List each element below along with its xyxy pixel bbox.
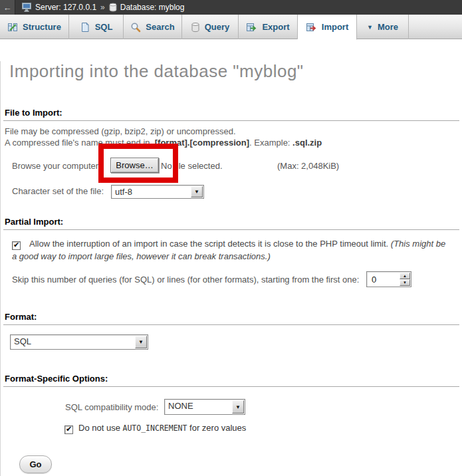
sql-compat-select[interactable]: NONE ▼ xyxy=(164,399,245,415)
main-content: Importing into the database "myblog" Fil… xyxy=(0,61,462,476)
tab-sql[interactable]: SQL xyxy=(69,15,124,39)
back-button[interactable]: ← xyxy=(0,0,15,15)
chevron-down-icon: ▼ xyxy=(367,24,373,31)
spinner-down-button[interactable]: ▼ xyxy=(400,279,410,286)
browse-row: Browse your computer: Browse… No file se… xyxy=(3,158,459,174)
page-title: Importing into the database "myblog" xyxy=(9,61,462,81)
allow-interrupt-row: ✔Allow the interruption of an import in … xyxy=(3,237,459,263)
tab-bar: Structure SQL Search Query xyxy=(0,15,462,39)
spinner-up-button[interactable]: ▲ xyxy=(400,273,410,279)
breadcrumb-server-link[interactable]: Server: 127.0.0.1 xyxy=(35,3,96,12)
zero-values-row: ✔Do not use AUTO_INCREMENT for zero valu… xyxy=(3,423,459,434)
file-to-import-section: File to Import: File may be compressed (… xyxy=(3,108,459,198)
database-icon xyxy=(109,3,117,12)
max-size-text: (Max: 2,048KiB) xyxy=(277,161,339,171)
partial-import-section: Partial Import: ✔Allow the interruption … xyxy=(3,217,459,288)
import-icon xyxy=(306,22,317,33)
format-options-heading: Format-Specific Options: xyxy=(3,374,459,387)
query-database-icon xyxy=(191,22,200,33)
back-arrow-icon: ← xyxy=(3,3,12,13)
breadcrumb-bar: ← Server: 127.0.0.1 » Database: myblog xyxy=(0,0,462,15)
tab-query[interactable]: Query xyxy=(182,15,239,39)
file-to-import-heading: File to Import: xyxy=(3,108,459,121)
server-icon xyxy=(22,3,32,12)
export-icon xyxy=(246,22,257,33)
format-select[interactable]: SQL ▼ xyxy=(10,334,148,350)
skip-queries-label: Skip this number of queries (for SQL) or… xyxy=(12,275,359,285)
skip-queries-row: Skip this number of queries (for SQL) or… xyxy=(3,271,459,288)
no-file-selected-text: No file selected. xyxy=(161,161,223,171)
check-icon: ✔ xyxy=(13,241,19,249)
browse-label: Browse your computer: xyxy=(12,161,101,171)
sql-compat-label: SQL compatibility mode: xyxy=(65,402,158,412)
skip-queries-input[interactable]: 0 ▲ ▼ xyxy=(366,271,411,287)
dropdown-arrow-icon: ▼ xyxy=(191,186,203,197)
tab-import[interactable]: Import xyxy=(298,15,357,40)
allow-interrupt-checkbox[interactable]: ✔ xyxy=(12,241,21,250)
breadcrumb-separator: » xyxy=(100,3,105,12)
format-section: Format: SQL ▼ xyxy=(3,312,459,350)
tab-more[interactable]: ▼ More xyxy=(357,15,409,39)
charset-select[interactable]: utf-8 ▼ xyxy=(111,185,204,199)
zero-values-checkbox[interactable]: ✔ xyxy=(64,425,73,434)
tab-export[interactable]: Export xyxy=(239,15,298,39)
tab-search[interactable]: Search xyxy=(124,15,182,39)
sql-icon xyxy=(80,22,90,33)
partial-import-heading: Partial Import: xyxy=(3,217,459,230)
charset-row: Character set of the file: utf-8 ▼ xyxy=(3,183,459,198)
structure-icon xyxy=(7,22,18,33)
search-icon xyxy=(130,22,141,33)
sql-compat-row: SQL compatibility mode: NONE ▼ xyxy=(3,399,459,415)
tab-structure[interactable]: Structure xyxy=(0,15,69,39)
go-button[interactable]: Go xyxy=(19,455,52,473)
format-options-section: Format-Specific Options: SQL compatibili… xyxy=(3,374,459,434)
number-spinner: ▲ ▼ xyxy=(400,273,410,286)
check-icon: ✔ xyxy=(66,425,72,433)
format-heading: Format: xyxy=(3,312,459,325)
breadcrumb-database-link[interactable]: Database: myblog xyxy=(120,3,185,12)
browse-button[interactable]: Browse… xyxy=(110,158,159,173)
dropdown-arrow-icon: ▼ xyxy=(135,336,147,348)
dropdown-arrow-icon: ▼ xyxy=(232,400,244,414)
compression-help-text: File may be compressed (gzip, bzip2, zip… xyxy=(3,126,459,148)
charset-label: Character set of the file: xyxy=(12,186,104,196)
